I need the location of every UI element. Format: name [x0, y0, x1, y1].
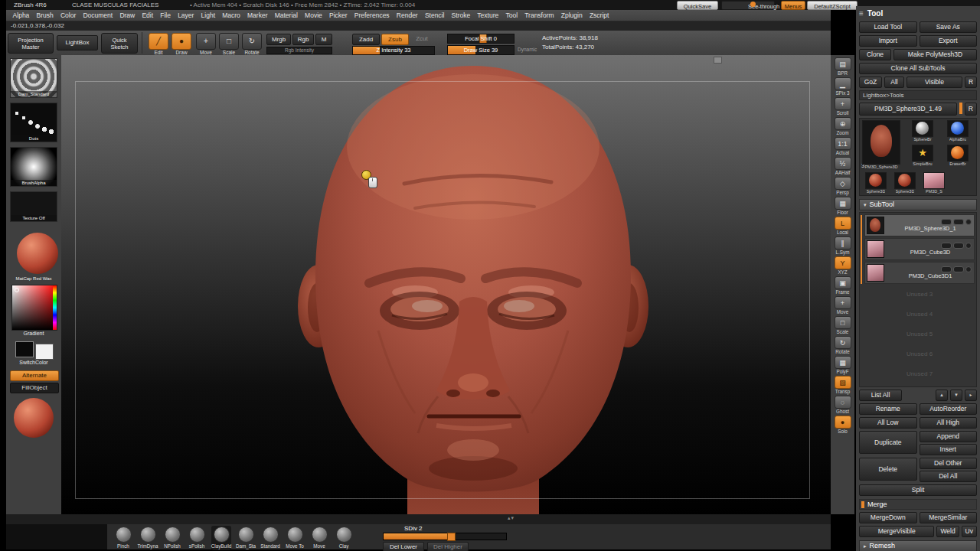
menu-item[interactable]: Render — [393, 11, 421, 19]
rgb-button[interactable]: Rgb — [292, 34, 314, 45]
menu-item[interactable]: Picker — [325, 11, 351, 19]
menus-toggle-button[interactable]: Menus — [781, 1, 805, 10]
color-picker[interactable] — [11, 285, 57, 331]
nav-strip-item[interactable]: ▤ BPR — [831, 57, 854, 77]
subtool-visibility-icons[interactable] — [887, 219, 974, 225]
switch-color-swatches[interactable] — [15, 341, 54, 360]
menu-item[interactable]: Color — [57, 11, 80, 19]
gradient-label[interactable]: Gradient — [6, 331, 61, 336]
brush-ball-icon[interactable] — [116, 527, 132, 543]
nav-strip-item[interactable]: + Move — [831, 296, 854, 315]
texture-selector[interactable]: Texture Off — [10, 191, 57, 222]
nav-strip-item[interactable]: ▁ SPix 3 — [831, 77, 854, 96]
tool-slot-thumbnail[interactable] — [923, 172, 945, 189]
subtool-item[interactable]: Unused 5 — [864, 325, 975, 344]
tool-slot[interactable]: Sphere3D — [892, 172, 918, 194]
mergevisible-button[interactable]: MergeVisible — [859, 526, 934, 537]
split-button[interactable]: Split — [859, 484, 977, 496]
subtool-up-button[interactable]: ▲ — [936, 390, 948, 401]
subtool-item[interactable]: Unused 3 — [864, 285, 975, 304]
save-as-button[interactable]: Save As — [920, 21, 978, 33]
tool-slot-thumbnail[interactable] — [894, 172, 916, 189]
zcut-button[interactable]: Zcut — [410, 34, 433, 44]
menu-item[interactable]: Brush — [33, 11, 57, 19]
tool-slot[interactable]: SphereBr — [906, 120, 939, 142]
export-button[interactable]: Export — [920, 35, 978, 47]
nav-strip-item[interactable]: ½ AAHalf — [831, 157, 854, 176]
fill-object-button[interactable]: FillObject — [10, 383, 59, 393]
menu-item[interactable]: Movie — [302, 11, 326, 19]
brush-ball-icon[interactable] — [189, 527, 205, 543]
alpha-selector[interactable]: BrushAlpha — [10, 147, 57, 187]
list-all-button[interactable]: List All — [859, 390, 902, 401]
nav-strip-item[interactable]: Y XYZ — [831, 256, 854, 276]
brush-ball-icon[interactable] — [214, 527, 230, 543]
uv-button[interactable]: Uv — [962, 526, 977, 537]
duplicate-button[interactable]: Duplicate — [859, 431, 917, 454]
zsub-button[interactable]: Zsub — [381, 34, 409, 45]
rename-button[interactable]: Rename — [859, 403, 917, 415]
mask-icon[interactable] — [965, 266, 972, 272]
quick-brush-item[interactable]: Standard — [260, 526, 280, 550]
subtool-thumbnail[interactable] — [867, 217, 884, 234]
alpha-thumbnail[interactable]: BrushAlpha — [10, 147, 57, 187]
current-tool-slider-icon[interactable] — [959, 103, 962, 114]
nav-strip-item[interactable]: ▨ Transp — [831, 376, 854, 395]
subtool-down-button[interactable]: ▼ — [950, 390, 962, 401]
subtool-thumbnail[interactable] — [867, 264, 884, 282]
move-mode-button[interactable]: + — [196, 33, 216, 50]
quick-brush-item[interactable]: Pinch — [113, 526, 133, 550]
rgb-intensity-slider[interactable]: Rgb Intensity — [266, 47, 332, 54]
insert-button[interactable]: Insert — [920, 444, 978, 455]
mask-icon[interactable] — [965, 219, 972, 225]
nav-strip-icon[interactable]: ◇ — [835, 177, 851, 190]
tool-slot-thumbnail[interactable] — [865, 172, 887, 189]
menu-item[interactable]: Alpha — [9, 11, 33, 19]
mergedown-button[interactable]: MergeDown — [859, 512, 917, 523]
subtool-thumbnail[interactable] — [867, 240, 884, 258]
menu-item[interactable]: Stroke — [448, 11, 474, 19]
tool-slot-thumbnail[interactable] — [862, 120, 900, 165]
menu-item[interactable]: Texture — [474, 11, 502, 19]
nav-strip-icon[interactable]: Y — [835, 256, 851, 269]
paint-icon[interactable] — [953, 243, 964, 249]
subtool-visibility-icons[interactable] — [887, 243, 974, 249]
menu-item[interactable]: Edit — [139, 11, 157, 19]
nav-strip-icon[interactable]: ▦ — [835, 356, 851, 369]
quick-sketch-button[interactable]: Quick Sketch — [101, 33, 138, 54]
menu-item[interactable]: Stencil — [421, 11, 448, 19]
eye-icon[interactable] — [941, 266, 952, 272]
nav-strip-icon[interactable]: ½ — [835, 157, 851, 170]
quick-brush-item[interactable]: Move — [309, 526, 329, 550]
nav-strip-icon[interactable]: 1:1 — [835, 137, 851, 150]
brush-thumbnail[interactable]: Dam_Standard — [10, 58, 57, 98]
zadd-button[interactable]: Zadd — [352, 34, 380, 45]
see-through-slider[interactable]: See-through 0 — [721, 1, 775, 10]
quick-brush-item[interactable]: Clay — [334, 526, 354, 550]
nav-strip-item[interactable]: ▣ Frame — [831, 276, 854, 295]
default-zscript-button[interactable]: DefaultZScript — [807, 1, 858, 10]
edit-mode-button[interactable]: ╱ — [149, 33, 168, 50]
switch-color-label[interactable]: SwitchColor — [6, 360, 61, 365]
weld-button[interactable]: Weld — [936, 526, 959, 537]
subtool-section-header[interactable]: ▾ SubTool — [859, 199, 977, 210]
subtool-select-button[interactable]: ▸ — [965, 390, 977, 401]
menu-item[interactable]: Light — [198, 11, 219, 19]
secondary-color-swatch[interactable] — [35, 344, 54, 360]
material-sphere[interactable] — [17, 233, 58, 274]
stroke-thumbnail[interactable]: Dots — [10, 103, 57, 142]
goz-all-button[interactable]: All — [884, 77, 904, 88]
tool-slot-thumbnail[interactable]: ★ — [912, 145, 933, 161]
m-button[interactable]: M — [315, 34, 332, 45]
canvas-bottom-divider[interactable]: ▴▾ — [6, 514, 831, 524]
rotate-mode-button[interactable]: ↻ — [242, 33, 262, 50]
goz-button[interactable]: GoZ — [859, 77, 882, 88]
quick-brush-item[interactable]: Move To — [285, 526, 305, 550]
draw-size-slider[interactable]: Draw Size 39 — [447, 45, 514, 55]
nav-strip-item[interactable]: + Scroll — [831, 97, 854, 116]
all-low-button[interactable]: All Low — [859, 417, 917, 429]
nav-strip-icon[interactable]: ▤ — [835, 57, 851, 70]
tool-slot[interactable]: PM3D_S — [921, 172, 947, 194]
goz-visible-button[interactable]: Visible — [906, 77, 962, 88]
scale-mode-button[interactable]: □ — [219, 33, 239, 50]
